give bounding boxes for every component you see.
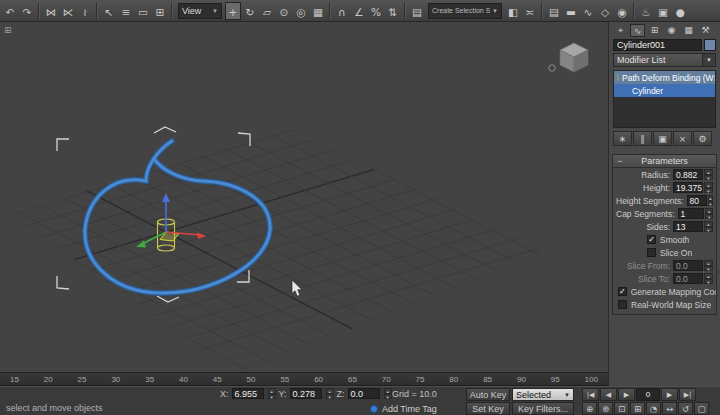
frame-tick[interactable]: 45 <box>213 375 222 384</box>
zoom-all-icon[interactable]: ⊛ <box>598 402 613 415</box>
goto-end-icon[interactable]: ▶| <box>679 388 696 401</box>
slice-to-spinner[interactable]: ▴▾ <box>704 273 713 284</box>
key-filter-set-dropdown[interactable]: Selected ▼ <box>512 388 574 401</box>
sides-field[interactable]: 13 <box>673 221 703 232</box>
frame-tick[interactable]: 40 <box>179 375 188 384</box>
set-key-button[interactable]: Set Key <box>466 402 510 415</box>
select-and-manipulate-icon[interactable]: ◎ <box>293 2 309 20</box>
display-tab[interactable]: ▦ <box>681 24 696 37</box>
percent-snap-icon[interactable]: % <box>368 2 384 20</box>
modifier-stack[interactable]: Path Deform Binding (WSCylinder <box>613 70 716 128</box>
frame-tick[interactable]: 95 <box>551 375 560 384</box>
frame-tick[interactable]: 50 <box>247 375 256 384</box>
show-end-result-icon[interactable]: ∥ <box>633 131 652 146</box>
y-coord-spinner[interactable]: ▴▾ <box>326 388 334 399</box>
select-and-link-icon[interactable]: ⋈ <box>43 2 59 20</box>
radius-field[interactable]: 0.882 <box>673 169 703 180</box>
current-frame-field[interactable]: 0 <box>636 388 660 401</box>
generate-mapping-coords-checkbox[interactable]: ✓ <box>618 287 627 296</box>
pin-stack-icon[interactable]: ∗ <box>613 131 632 146</box>
use-pivot-center-icon[interactable]: ⊙ <box>276 2 292 20</box>
slice-from-spinner[interactable]: ▴▾ <box>704 260 713 271</box>
mirror-icon[interactable]: ◧ <box>505 2 521 20</box>
select-by-name-icon[interactable]: ≡ <box>118 2 134 20</box>
redo-icon[interactable]: ↷ <box>19 2 35 20</box>
pan-icon[interactable]: ↔ <box>662 402 677 415</box>
prev-frame-icon[interactable]: ◀ <box>600 388 617 401</box>
zoom-extents-icon[interactable]: ⊡ <box>614 402 629 415</box>
track-bar[interactable]: 1520253035404550556065707580859095100 <box>0 372 608 386</box>
frame-tick[interactable]: 25 <box>78 375 87 384</box>
modifier-stack-item[interactable]: Path Deform Binding (WS <box>614 71 715 84</box>
frame-tick[interactable]: 55 <box>280 375 289 384</box>
select-and-scale-icon[interactable]: ▱ <box>259 2 275 20</box>
x-coord-spinner[interactable]: ▴▾ <box>268 388 276 399</box>
window-crossing-icon[interactable]: ⊞ <box>152 2 168 20</box>
modifier-list-dropdown[interactable]: Modifier List ▼ <box>613 53 716 67</box>
auto-key-button[interactable]: Auto Key <box>466 388 510 401</box>
modifier-enabled-icon[interactable] <box>617 74 619 81</box>
radius-spinner[interactable]: ▴▾ <box>704 169 713 180</box>
viewport-menu-icon[interactable]: ⊞ <box>4 25 12 35</box>
motion-tab[interactable]: ◉ <box>664 24 679 37</box>
undo-icon[interactable]: ↶ <box>2 2 18 20</box>
rendered-frame-icon[interactable]: ▣ <box>655 2 671 20</box>
x-coord-field[interactable]: 6.955 <box>232 388 264 399</box>
zoom-extents-all-icon[interactable]: ⊞ <box>630 402 645 415</box>
slice-to-field[interactable]: 0.0 <box>673 273 703 284</box>
play-icon[interactable]: ▶ <box>618 388 635 401</box>
select-object-icon[interactable]: ↖ <box>101 2 117 20</box>
curve-editor-icon[interactable]: ∿ <box>580 2 596 20</box>
make-unique-icon[interactable]: ▣ <box>653 131 672 146</box>
object-name-field[interactable]: Cylinder001 <box>613 39 702 51</box>
frame-tick[interactable]: 35 <box>145 375 154 384</box>
keyboard-override-icon[interactable]: ▦ <box>310 2 326 20</box>
zoom-icon[interactable]: ⊕ <box>582 402 597 415</box>
align-icon[interactable]: ≍ <box>522 2 538 20</box>
maximize-viewport-icon[interactable]: ▢ <box>694 402 709 415</box>
utilities-tab[interactable]: ⚒ <box>698 24 713 37</box>
height-segments-spinner[interactable]: ▴▾ <box>708 195 713 206</box>
sides-spinner[interactable]: ▴▾ <box>704 221 713 232</box>
add-time-tag[interactable]: Add Time Tag <box>370 402 437 415</box>
remove-modifier-icon[interactable]: × <box>673 131 692 146</box>
frame-tick[interactable]: 80 <box>449 375 458 384</box>
modifier-stack-item[interactable]: Cylinder <box>614 84 715 97</box>
object-color-swatch[interactable] <box>704 39 716 51</box>
slice-on-checkbox[interactable] <box>647 248 656 257</box>
parameters-rollout-header[interactable]: − Parameters <box>613 155 716 168</box>
y-coord-field[interactable]: 0.278 <box>290 388 322 399</box>
slice-from-field[interactable]: 0.0 <box>673 260 703 271</box>
z-coord-spinner[interactable]: ▴▾ <box>384 388 392 399</box>
select-and-rotate-icon[interactable]: ↻ <box>242 2 258 20</box>
fov-icon[interactable]: ◔ <box>646 402 661 415</box>
frame-tick[interactable]: 75 <box>416 375 425 384</box>
render-production-icon[interactable]: ● <box>672 2 688 20</box>
frame-tick[interactable]: 65 <box>348 375 357 384</box>
frame-tick[interactable]: 90 <box>517 375 526 384</box>
frame-tick[interactable]: 60 <box>314 375 323 384</box>
select-and-move-icon[interactable]: + <box>225 2 241 20</box>
z-coord-field[interactable]: 0.0 <box>348 388 380 399</box>
frame-tick[interactable]: 100 <box>585 375 598 384</box>
goto-start-icon[interactable]: |◀ <box>582 388 599 401</box>
chevron-down-icon[interactable]: ▼ <box>702 54 715 66</box>
hierarchy-tab[interactable]: ⊞ <box>647 24 662 37</box>
modify-tab[interactable]: ∿ <box>630 24 645 37</box>
render-setup-icon[interactable]: ♨ <box>638 2 654 20</box>
create-tab[interactable]: ⌖ <box>613 24 628 37</box>
cap-segments-spinner[interactable]: ▴▾ <box>705 208 713 219</box>
bind-to-spacewarp-icon[interactable]: ≀ <box>77 2 93 20</box>
perspective-viewport[interactable]: ⊞ <box>0 22 608 372</box>
named-selection-set-dropdown[interactable]: Create Selection Se▼ <box>428 3 502 19</box>
height-segments-field[interactable]: 80 <box>687 195 707 206</box>
next-frame-icon[interactable]: ▶ <box>661 388 678 401</box>
height-field[interactable]: 19.375 <box>673 182 703 193</box>
real-world-map-size-checkbox[interactable] <box>618 300 627 309</box>
spinner-snap-icon[interactable]: ⇅ <box>385 2 401 20</box>
smooth-checkbox[interactable]: ✓ <box>647 235 656 244</box>
cap-segments-field[interactable]: 1 <box>678 208 705 219</box>
angle-snap-icon[interactable]: ∠ <box>351 2 367 20</box>
reference-coordinate-dropdown[interactable]: View▼ <box>178 3 222 19</box>
orbit-icon[interactable]: ↺ <box>678 402 693 415</box>
